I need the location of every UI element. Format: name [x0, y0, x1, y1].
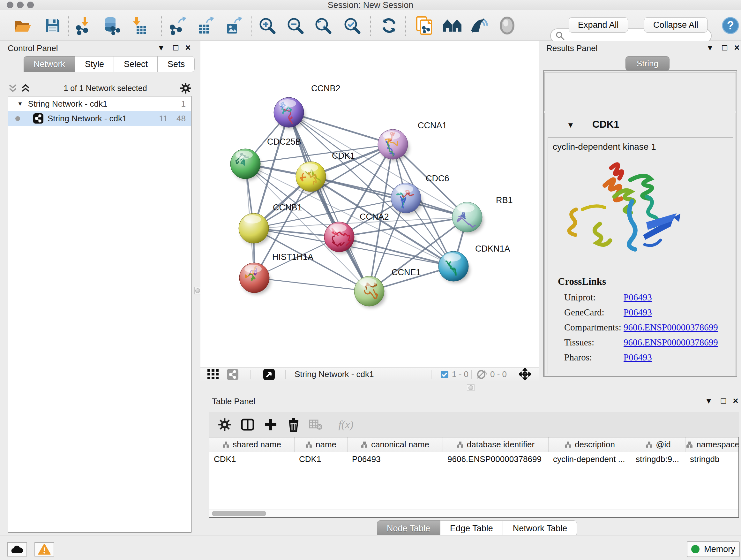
memory-button[interactable]: Memory [687, 541, 740, 557]
table-cell[interactable]: cyclin-dependent ... [549, 452, 631, 466]
vertical-splitter-handle-left[interactable] [194, 287, 201, 294]
panel-float-icon[interactable]: □ [718, 396, 729, 406]
function-builder-button[interactable]: f(x) [332, 415, 360, 435]
column-header-namespace[interactable]: namespace [685, 437, 739, 452]
cloud-status-button[interactable] [7, 542, 27, 557]
table-cell[interactable]: stringdb:9... [631, 452, 685, 466]
duplicate-network-button[interactable] [412, 14, 436, 37]
panel-close-icon[interactable]: × [730, 395, 741, 406]
panel-float-icon[interactable]: □ [171, 43, 181, 53]
select-columns-button[interactable] [238, 415, 258, 435]
table-cell[interactable]: 9606.ENSP00000378699 [443, 452, 549, 466]
show-all-button[interactable] [495, 14, 519, 37]
column-header-name[interactable]: name [294, 437, 347, 452]
scrollbar-thumb[interactable] [212, 511, 266, 516]
zoom-fit-button[interactable] [311, 14, 335, 37]
tab-select[interactable]: Select [114, 56, 158, 72]
node-label-CDK1: CDK1 [332, 151, 355, 161]
gene-collapse-caret-icon[interactable]: ▼ [567, 121, 575, 130]
network-node-RB1[interactable] [452, 202, 483, 234]
column-header-canonical-name[interactable]: canonical name [347, 437, 443, 452]
column-header-shared-name[interactable]: shared name [209, 437, 294, 452]
zoom-out-button[interactable] [283, 14, 307, 37]
add-column-button[interactable] [261, 415, 280, 435]
export-network-icon [169, 16, 187, 35]
tab-network[interactable]: Network [23, 56, 75, 72]
panel-menu-caret-icon[interactable]: ▼ [703, 396, 714, 406]
horizontal-splitter-handle[interactable] [467, 384, 475, 391]
table-cell[interactable]: CDK1 [209, 452, 294, 466]
export-network-button[interactable] [166, 14, 190, 37]
table-cell[interactable]: stringdb [685, 452, 739, 466]
network-node-CDK1[interactable] [296, 162, 327, 193]
plus-icon [264, 418, 277, 431]
tab-sets[interactable]: Sets [158, 56, 195, 72]
import-table-button[interactable] [127, 14, 151, 37]
table-horizontal-scrollbar[interactable] [209, 509, 738, 517]
panel-close-icon[interactable]: × [731, 43, 741, 53]
tab-node-table[interactable]: Node Table [377, 520, 440, 537]
network-node-CCNE1[interactable] [354, 276, 386, 308]
collection-count: 1 [181, 99, 186, 109]
network-thumb-icon[interactable] [226, 368, 239, 381]
collapse-all-button[interactable]: Collapse All [644, 17, 708, 33]
network-edge-HIST1H1A-CCNE1[interactable] [254, 278, 369, 291]
import-network-button[interactable] [72, 14, 96, 37]
export-table-button[interactable] [194, 14, 218, 37]
expand-all-button[interactable]: Expand All [569, 17, 628, 33]
network-selection-status: 1 of 1 Network selected [30, 84, 180, 93]
import-database-button[interactable] [99, 14, 123, 37]
expand-all-icon[interactable] [20, 83, 30, 93]
table-settings-button[interactable] [215, 415, 234, 435]
hide-selected-button[interactable] [467, 14, 490, 37]
tab-string[interactable]: String [625, 56, 670, 71]
crosslink-link[interactable]: 9606.ENSP00000378699 [623, 322, 718, 333]
tab-edge-table[interactable]: Edge Table [440, 520, 503, 537]
network-node-HIST1H1A[interactable] [239, 263, 271, 294]
table-cell[interactable]: CDK1 [294, 452, 347, 466]
panel-close-icon[interactable]: × [183, 43, 193, 53]
zoom-in-button[interactable] [255, 14, 279, 37]
crosslink-link[interactable]: P06493 [623, 352, 652, 363]
crosslink-label: Pharos: [564, 352, 623, 363]
export-image-button[interactable] [221, 14, 245, 37]
node-label-CDKN1A: CDKN1A [475, 244, 510, 253]
network-node-CDKN1A[interactable] [439, 251, 470, 283]
panel-menu-caret-icon[interactable]: ▼ [704, 44, 716, 52]
column-header-description[interactable]: description [549, 437, 631, 452]
tab-network-table[interactable]: Network Table [503, 520, 577, 537]
birds-eye-view-icon[interactable] [263, 368, 275, 381]
pan-crosshair-icon[interactable] [519, 368, 531, 380]
table-row[interactable]: CDK1CDK1P064939606.ENSP00000378699cyclin… [209, 452, 738, 466]
panel-float-icon[interactable]: □ [719, 43, 730, 53]
network-row[interactable]: String Network - cdk1 11 48 [8, 111, 191, 126]
crosslink-link[interactable]: P06493 [623, 292, 652, 303]
tree-expand-caret-icon[interactable]: ▼ [17, 101, 23, 107]
panel-menu-caret-icon[interactable]: ▼ [156, 44, 166, 52]
gear-icon[interactable] [180, 82, 192, 94]
network-node-CCNA1[interactable] [378, 129, 409, 162]
help-button[interactable]: ? [719, 14, 741, 37]
table-cell[interactable]: P06493 [347, 452, 443, 466]
open-session-button[interactable] [11, 14, 35, 37]
save-session-button[interactable] [41, 14, 64, 37]
column-header-@id[interactable]: @id [631, 437, 685, 452]
network-collection-row[interactable]: ▼ String Network - cdk1 1 [8, 97, 191, 111]
network-name: String Network - cdk1 [48, 114, 127, 124]
zoom-selected-button[interactable] [340, 14, 364, 37]
grid-view-icon[interactable] [207, 369, 220, 379]
home-button[interactable] [441, 14, 464, 37]
collapse-all-icon[interactable] [8, 83, 18, 93]
crosslink-link[interactable]: 9606.ENSP00000378699 [623, 337, 718, 348]
delete-table-button[interactable] [306, 415, 326, 435]
warnings-button[interactable] [35, 542, 54, 557]
crosslink-link[interactable]: P06493 [623, 307, 652, 318]
column-header-database-identifier[interactable]: database identifier [443, 437, 549, 452]
network-node-CDC25B[interactable] [230, 149, 262, 180]
network-canvas[interactable]: CCNB2CCNA1CDC25BCDK1CDC6RB1CCNB1CCNA2CDK… [200, 41, 539, 367]
selected-checkbox-icon[interactable] [441, 370, 449, 379]
tab-style[interactable]: Style [75, 56, 114, 72]
network-node-CCNA2[interactable] [324, 222, 355, 253]
delete-column-button[interactable] [284, 415, 304, 435]
refresh-layout-button[interactable] [377, 14, 401, 37]
